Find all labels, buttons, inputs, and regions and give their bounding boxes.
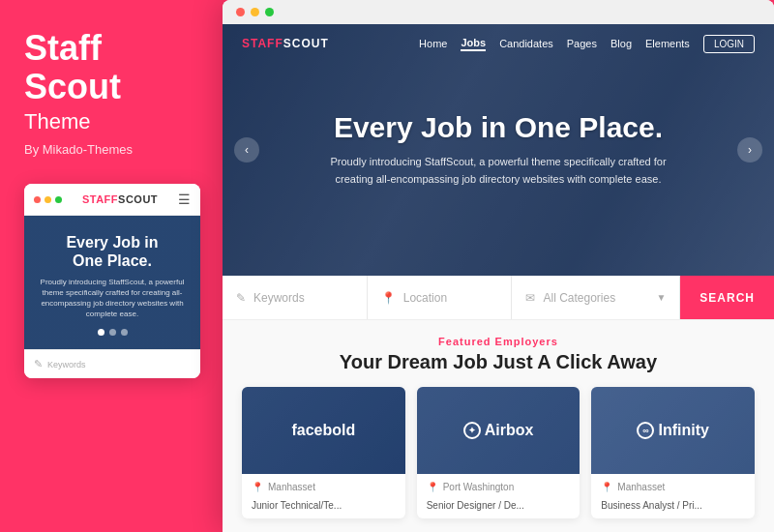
mobile-nav-dot-2[interactable] [109,329,116,336]
nav-logo-dark: SCOUT [283,37,329,50]
nav-link-pages[interactable]: Pages [567,38,597,49]
nav-link-jobs[interactable]: Jobs [461,37,486,51]
mobile-dot-yellow [45,196,51,203]
nav-link-home[interactable]: Home [419,38,447,49]
mobile-logo-pink: STAFF [82,193,118,205]
mobile-logo: STAFFSCOUT [82,193,158,205]
browser-content: STAFFSCOUT Home Jobs Candidates Pages Bl… [223,24,774,532]
facebold-card-image: facebold [242,387,405,474]
hero-section: STAFFSCOUT Home Jobs Candidates Pages Bl… [223,24,774,276]
search-location-field[interactable]: 📍 Location [368,276,513,319]
employer-card-facebold[interactable]: facebold 📍 Manhasset Junior Technical/Te… [242,387,405,518]
category-label: All Categories [543,291,648,305]
featured-section: Featured Employers Your Dream Job Just A… [223,320,774,532]
brand-title: Staff Scout [24,29,198,105]
facebold-logo: facebold [291,422,355,439]
airbox-pin-icon: 📍 [427,482,438,492]
airbox-jobs: Senior Designer / De... [417,500,580,518]
keywords-icon: ✎ [236,291,246,305]
hero-description: Proudly introducing StaffScout, a powerf… [324,154,672,188]
mobile-dot-red [34,196,41,203]
mobile-hero-title: Every Job inOne Place. [36,233,189,270]
mobile-nav-dot-1[interactable] [98,329,104,336]
browser-chrome [223,0,774,24]
nav-link-candidates[interactable]: Candidates [499,38,553,49]
infinity-pin-icon: 📍 [601,482,612,492]
search-bar: ✎ Keywords 📍 Location ✉ All Categories ▼… [223,276,774,320]
location-pin-icon: 📍 [381,291,396,305]
site-nav: STAFFSCOUT Home Jobs Candidates Pages Bl… [223,24,774,63]
mobile-window-dots [34,196,62,203]
hero-arrow-left[interactable]: ‹ [234,137,259,163]
facebold-jobs: Junior Technical/Te... [242,500,405,518]
mobile-search-label: Keywords [47,360,86,369]
mobile-hero-text: Proudly introducing StaffScout, a powerf… [36,277,189,320]
employer-card-infinity[interactable]: ∞ Infinity 📍 Manhasset Business Analyst … [591,387,755,518]
browser-dot-green [265,8,274,16]
nav-login-button[interactable]: LOGIN [703,35,755,53]
search-category-field[interactable]: ✉ All Categories ▼ [512,276,680,319]
infinity-logo-text: Infinity [658,422,708,439]
mobile-search-icon: ✎ [34,358,43,370]
location-label: Location [403,291,447,305]
employer-cards: facebold 📍 Manhasset Junior Technical/Te… [242,387,755,518]
category-icon: ✉ [525,291,535,305]
infinity-logo-circle: ∞ [637,422,654,439]
infinity-footer: 📍 Manhasset [591,474,755,500]
mobile-carousel-dots [36,329,189,336]
airbox-location: Port Washington [443,482,515,492]
mobile-header: STAFFSCOUT ☰ [24,184,200,216]
nav-logo-pink: STAFF [242,37,283,50]
infinity-card-image: ∞ Infinity [591,387,755,474]
mobile-nav-dot-3[interactable] [121,329,128,336]
mobile-search-bar[interactable]: ✎ Keywords [24,349,200,378]
hero-title: Every Job in One Place. [324,111,672,144]
featured-label: Featured Employers [242,336,755,347]
browser-dot-red [236,8,245,16]
airbox-card-image: ✦ Airbox [417,387,580,474]
brand-byline: By Mikado-Themes [24,142,198,157]
left-panel: Staff Scout Theme By Mikado-Themes STAFF… [0,0,223,532]
nav-link-elements[interactable]: Elements [645,38,690,49]
nav-links: Home Jobs Candidates Pages Blog Elements… [419,35,755,53]
facebold-pin-icon: 📍 [252,482,263,492]
mobile-hamburger-icon[interactable]: ☰ [178,192,191,207]
airbox-footer: 📍 Port Washington [417,474,580,500]
airbox-logo-text: Airbox [485,422,534,439]
airbox-logo-circle: ✦ [463,422,481,439]
facebold-footer: 📍 Manhasset [242,474,405,500]
mobile-hero: Every Job inOne Place. Proudly introduci… [24,216,200,349]
featured-title: Your Dream Job Just A Click Away [242,351,755,373]
mobile-logo-dark: SCOUT [118,193,158,205]
category-chevron-icon: ▼ [656,292,666,303]
hero-arrow-right[interactable]: › [737,137,762,163]
infinity-logo: ∞ Infinity [637,422,708,439]
browser-window: STAFFSCOUT Home Jobs Candidates Pages Bl… [223,0,774,532]
infinity-location: Manhasset [617,482,665,492]
brand-subtitle: Theme [24,109,198,134]
hero-content: Every Job in One Place. Proudly introduc… [266,111,730,188]
employer-card-airbox[interactable]: ✦ Airbox 📍 Port Washington Senior Design… [417,387,580,518]
infinity-jobs: Business Analyst / Pri... [591,500,755,518]
search-button[interactable]: SEARCH [680,276,774,319]
nav-logo: STAFFSCOUT [242,37,329,50]
keywords-label: Keywords [253,291,305,305]
facebold-location: Manhasset [268,482,315,492]
browser-dot-yellow [251,8,259,16]
airbox-logo: ✦ Airbox [463,422,534,439]
search-keywords-field[interactable]: ✎ Keywords [223,276,368,319]
mobile-dot-green [55,196,62,203]
nav-link-blog[interactable]: Blog [610,38,632,49]
facebold-logo-text: facebold [291,422,355,439]
mobile-mockup: STAFFSCOUT ☰ Every Job inOne Place. Prou… [24,184,200,378]
